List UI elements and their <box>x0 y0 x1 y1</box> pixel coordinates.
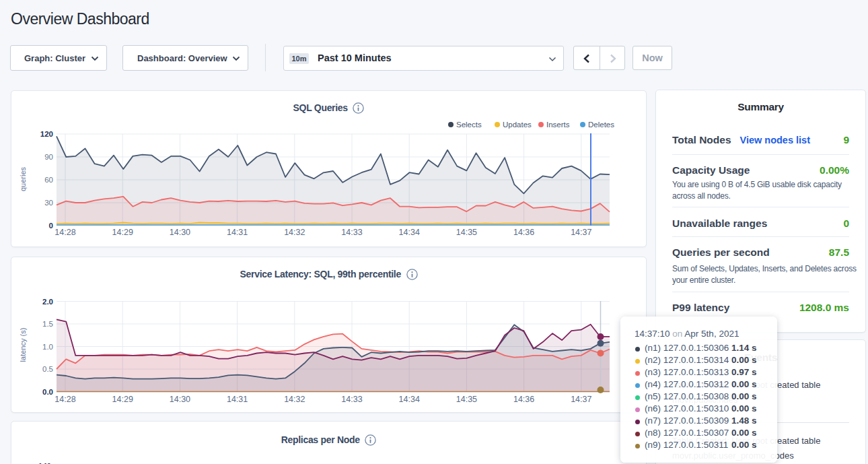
svg-text:14:33: 14:33 <box>341 228 362 237</box>
svg-text:14:32: 14:32 <box>284 228 305 237</box>
svg-text:14:28: 14:28 <box>55 395 75 404</box>
svg-text:120: 120 <box>40 130 53 138</box>
svg-text:1.0: 1.0 <box>42 343 53 351</box>
svg-text:30: 30 <box>44 199 53 207</box>
svg-text:Selects: Selects <box>456 121 482 129</box>
svg-text:queries: queries <box>19 166 27 191</box>
svg-text:14:31: 14:31 <box>227 228 248 237</box>
svg-text:14:37: 14:37 <box>571 395 591 404</box>
svg-text:0.5: 0.5 <box>42 365 53 373</box>
svg-text:2.0: 2.0 <box>42 298 53 306</box>
svg-text:14:34: 14:34 <box>399 395 420 404</box>
svg-text:14:36: 14:36 <box>513 228 534 237</box>
svg-text:14:29: 14:29 <box>112 395 133 404</box>
svg-text:14:35: 14:35 <box>456 395 477 404</box>
svg-text:14:30: 14:30 <box>170 228 190 237</box>
svg-text:1.5: 1.5 <box>42 320 53 328</box>
svg-text:0: 0 <box>49 222 53 230</box>
svg-text:0.0: 0.0 <box>42 388 53 396</box>
svg-text:14:37: 14:37 <box>571 228 591 237</box>
svg-text:Updates: Updates <box>503 121 532 129</box>
svg-text:Inserts: Inserts <box>546 121 570 129</box>
svg-text:14:28: 14:28 <box>55 228 75 237</box>
svg-text:14:30: 14:30 <box>170 395 190 404</box>
svg-text:Deletes: Deletes <box>588 121 614 129</box>
svg-text:14:34: 14:34 <box>399 228 420 237</box>
svg-text:14:33: 14:33 <box>341 395 362 404</box>
svg-text:14:32: 14:32 <box>284 395 305 404</box>
svg-text:14:31: 14:31 <box>227 395 248 404</box>
svg-text:14:35: 14:35 <box>456 228 477 237</box>
svg-text:14:36: 14:36 <box>513 395 534 404</box>
svg-text:60: 60 <box>44 176 53 184</box>
svg-text:latency (s): latency (s) <box>19 328 27 362</box>
svg-text:14:29: 14:29 <box>112 228 133 237</box>
svg-text:90: 90 <box>44 153 53 161</box>
